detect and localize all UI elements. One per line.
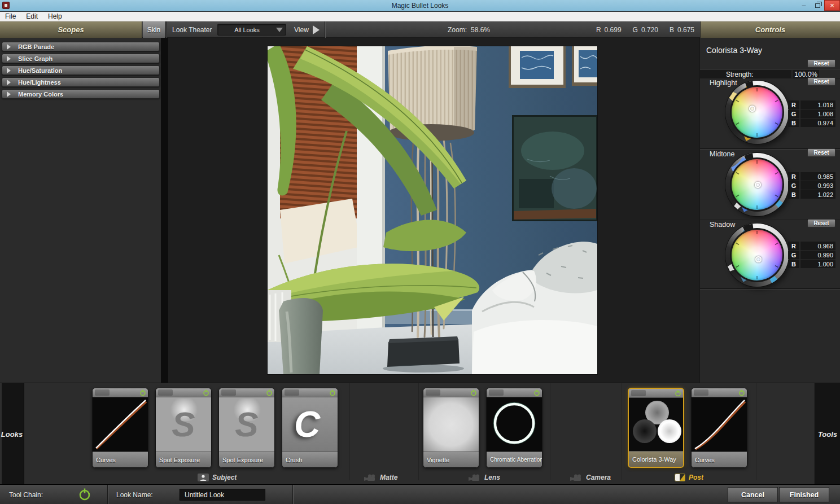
play-button[interactable] xyxy=(310,23,322,36)
menu-help[interactable]: Help xyxy=(43,12,67,21)
midtone-g-value[interactable]: 0.993 xyxy=(800,181,835,190)
looks-dropdown[interactable]: All Looks xyxy=(217,24,286,36)
tools-rail[interactable]: Tools xyxy=(815,383,840,485)
tool-card-chromatic-aberration[interactable]: Chromatic Aberration xyxy=(486,388,542,468)
tool-card-colorista-3-way[interactable]: Colorista 3-Way xyxy=(628,388,684,468)
skin-button[interactable]: Skin xyxy=(143,21,165,38)
power-icon[interactable] xyxy=(139,389,146,396)
tool-chain-label: Tool Chain: xyxy=(9,485,43,504)
reset-all-button[interactable]: Reset xyxy=(807,59,835,68)
drag-tab xyxy=(221,389,236,396)
drag-tab xyxy=(694,389,708,396)
shadow-reset-button[interactable]: Reset xyxy=(807,219,835,227)
highlight-color-wheel[interactable] xyxy=(725,81,789,144)
midtone-r-value[interactable]: 0.985 xyxy=(800,172,835,181)
preview-viewer xyxy=(168,38,699,383)
tool-card-crush[interactable]: C Crush xyxy=(282,388,338,468)
drag-tab xyxy=(631,390,646,396)
top-toolbar: Scopes Skin Look Theater All Looks View … xyxy=(0,21,840,38)
expand-arrow-icon xyxy=(7,56,11,62)
tool-chain: Looks Tools Subject Matte Lens xyxy=(0,383,840,484)
power-icon[interactable] xyxy=(203,389,209,396)
spot-exposure-thumbnail: S xyxy=(219,397,274,452)
bottom-bar: Tool Chain: Look Name: Cancel Finished xyxy=(0,484,840,504)
restore-icon xyxy=(815,3,820,8)
midtone-color-wheel[interactable] xyxy=(725,153,789,216)
shadow-b-value[interactable]: 1.000 xyxy=(800,260,835,268)
finished-button[interactable]: Finished xyxy=(779,487,829,502)
power-icon[interactable] xyxy=(266,389,273,396)
power-icon[interactable] xyxy=(675,390,681,397)
highlight-r-value[interactable]: 1.018 xyxy=(800,100,835,109)
framed-art xyxy=(509,46,597,88)
title-bar: Magic Bullet Looks – × xyxy=(0,0,840,11)
midtone-reset-button[interactable]: Reset xyxy=(807,148,835,157)
drag-tab xyxy=(285,389,299,396)
bottom-bar-separator xyxy=(107,485,108,504)
shadow-g-value[interactable]: 0.990 xyxy=(800,251,835,259)
strength-label: Strength: xyxy=(700,70,791,78)
expand-arrow-icon xyxy=(7,80,11,85)
maximize-button[interactable] xyxy=(811,0,824,11)
rgb-readout: R 0.699 G 0.720 B 0.675 xyxy=(596,21,694,38)
zone-matte xyxy=(350,383,419,480)
tools-rail-label: Tools xyxy=(818,430,837,439)
power-icon[interactable] xyxy=(470,389,477,396)
menu-edit[interactable]: Edit xyxy=(21,12,43,21)
scope-hue-lightness[interactable]: Hue/Lightness xyxy=(2,77,160,87)
shadow-color-wheel[interactable] xyxy=(725,223,789,287)
highlight-g-value[interactable]: 1.008 xyxy=(800,109,835,118)
menu-bar: File Edit Help xyxy=(0,12,840,21)
vignette-thumbnail xyxy=(423,397,479,452)
toolbar-separator xyxy=(166,21,167,38)
power-icon[interactable] xyxy=(329,389,336,396)
scope-hue-saturation[interactable]: Hue/Saturation xyxy=(2,65,160,75)
post-icon xyxy=(675,474,685,481)
drag-tab xyxy=(489,389,504,396)
minimize-button[interactable]: – xyxy=(797,0,811,11)
toolbar-separator xyxy=(325,21,325,38)
subject-zone-label: Subject xyxy=(198,472,237,483)
chevron-down-icon xyxy=(276,28,283,32)
matte-zone-label: Matte xyxy=(364,472,397,483)
tool-card-spot-exposure-1[interactable]: S Spot Exposure xyxy=(155,388,212,468)
highlight-b-value[interactable]: 0.974 xyxy=(800,119,835,127)
power-icon[interactable] xyxy=(533,389,540,396)
looks-rail[interactable]: Looks xyxy=(0,383,24,485)
curves-thumbnail xyxy=(93,397,148,452)
look-name-label: Look Name: xyxy=(116,485,153,504)
tool-card-vignette[interactable]: Vignette xyxy=(423,388,479,468)
tool-card-curves-2[interactable]: Curves xyxy=(691,388,747,468)
look-theater-label: Look Theater xyxy=(172,21,212,38)
rgb-g-label: G xyxy=(633,26,638,34)
cancel-button[interactable]: Cancel xyxy=(728,487,778,502)
zoom-readout: Zoom: 58.6% xyxy=(448,21,490,38)
tool-chain-power-button[interactable] xyxy=(78,488,91,503)
tool-card-spot-exposure-2[interactable]: S Spot Exposure xyxy=(218,388,275,468)
highlight-wheel-handle[interactable] xyxy=(749,106,755,112)
spot-exposure-thumbnail: S xyxy=(156,397,211,452)
view-label: View xyxy=(294,21,309,38)
tool-card-curves[interactable]: Curves xyxy=(92,388,148,468)
zoom-value: 58.6% xyxy=(471,26,490,34)
shadow-wheel-handle[interactable] xyxy=(755,256,762,262)
wall-painting xyxy=(512,115,597,221)
power-icon xyxy=(78,488,91,501)
power-icon[interactable] xyxy=(738,389,745,396)
main-area: RGB Parade Slice Graph Hue/Saturation Hu… xyxy=(0,38,840,383)
look-name-input[interactable] xyxy=(180,489,265,501)
scope-slice-graph[interactable]: Slice Graph xyxy=(2,54,160,63)
close-button[interactable]: × xyxy=(824,0,840,11)
shadow-r-value[interactable]: 0.968 xyxy=(800,242,835,250)
rgb-b-value: 0.675 xyxy=(677,26,694,34)
rgb-g-value: 0.720 xyxy=(641,26,658,34)
highlight-reset-button[interactable]: Reset xyxy=(807,77,835,86)
midtone-b-value[interactable]: 1.022 xyxy=(800,190,835,199)
post-zone-label: Post xyxy=(675,472,703,483)
scope-rgb-parade[interactable]: RGB Parade xyxy=(2,42,160,51)
curves-thumbnail xyxy=(692,397,747,452)
scope-memory-colors[interactable]: Memory Colors xyxy=(2,89,160,99)
section-divider xyxy=(700,288,840,290)
midtone-wheel-handle[interactable] xyxy=(755,182,761,188)
menu-file[interactable]: File xyxy=(0,12,21,21)
